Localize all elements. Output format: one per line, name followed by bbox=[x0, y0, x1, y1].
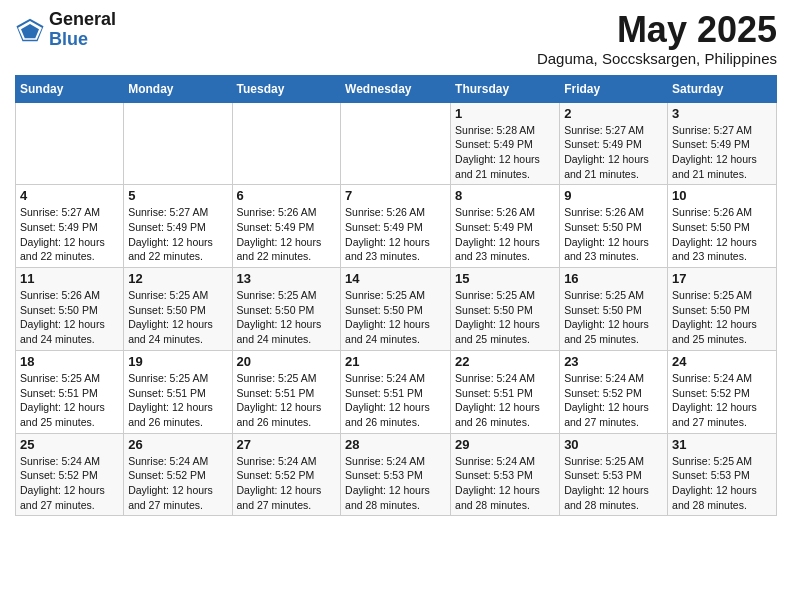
day-info: Sunrise: 5:25 AM Sunset: 5:50 PM Dayligh… bbox=[672, 288, 772, 347]
calendar-cell bbox=[124, 102, 232, 185]
day-info: Sunrise: 5:24 AM Sunset: 5:52 PM Dayligh… bbox=[237, 454, 337, 513]
header-row: SundayMondayTuesdayWednesdayThursdayFrid… bbox=[16, 75, 777, 102]
day-number: 9 bbox=[564, 188, 663, 203]
calendar-table: SundayMondayTuesdayWednesdayThursdayFrid… bbox=[15, 75, 777, 517]
day-number: 14 bbox=[345, 271, 446, 286]
calendar-cell: 12Sunrise: 5:25 AM Sunset: 5:50 PM Dayli… bbox=[124, 268, 232, 351]
calendar-cell: 21Sunrise: 5:24 AM Sunset: 5:51 PM Dayli… bbox=[341, 350, 451, 433]
day-number: 1 bbox=[455, 106, 555, 121]
day-info: Sunrise: 5:27 AM Sunset: 5:49 PM Dayligh… bbox=[20, 205, 119, 264]
day-info: Sunrise: 5:25 AM Sunset: 5:50 PM Dayligh… bbox=[128, 288, 227, 347]
day-number: 19 bbox=[128, 354, 227, 369]
day-number: 31 bbox=[672, 437, 772, 452]
calendar-cell: 1Sunrise: 5:28 AM Sunset: 5:49 PM Daylig… bbox=[451, 102, 560, 185]
day-number: 11 bbox=[20, 271, 119, 286]
day-number: 27 bbox=[237, 437, 337, 452]
day-info: Sunrise: 5:24 AM Sunset: 5:53 PM Dayligh… bbox=[345, 454, 446, 513]
day-number: 5 bbox=[128, 188, 227, 203]
day-info: Sunrise: 5:25 AM Sunset: 5:51 PM Dayligh… bbox=[237, 371, 337, 430]
day-number: 15 bbox=[455, 271, 555, 286]
day-info: Sunrise: 5:28 AM Sunset: 5:49 PM Dayligh… bbox=[455, 123, 555, 182]
day-number: 17 bbox=[672, 271, 772, 286]
day-info: Sunrise: 5:25 AM Sunset: 5:51 PM Dayligh… bbox=[128, 371, 227, 430]
calendar-cell bbox=[341, 102, 451, 185]
day-number: 12 bbox=[128, 271, 227, 286]
week-row-2: 4Sunrise: 5:27 AM Sunset: 5:49 PM Daylig… bbox=[16, 185, 777, 268]
calendar-body: 1Sunrise: 5:28 AM Sunset: 5:49 PM Daylig… bbox=[16, 102, 777, 516]
day-number: 10 bbox=[672, 188, 772, 203]
day-info: Sunrise: 5:25 AM Sunset: 5:53 PM Dayligh… bbox=[564, 454, 663, 513]
title-area: May 2025 Daguma, Soccsksargen, Philippin… bbox=[537, 10, 777, 67]
week-row-3: 11Sunrise: 5:26 AM Sunset: 5:50 PM Dayli… bbox=[16, 268, 777, 351]
logo-general-text: General bbox=[49, 10, 116, 30]
day-number: 25 bbox=[20, 437, 119, 452]
calendar-cell: 9Sunrise: 5:26 AM Sunset: 5:50 PM Daylig… bbox=[560, 185, 668, 268]
day-info: Sunrise: 5:25 AM Sunset: 5:50 PM Dayligh… bbox=[237, 288, 337, 347]
day-info: Sunrise: 5:25 AM Sunset: 5:50 PM Dayligh… bbox=[345, 288, 446, 347]
calendar-cell: 31Sunrise: 5:25 AM Sunset: 5:53 PM Dayli… bbox=[668, 433, 777, 516]
week-row-1: 1Sunrise: 5:28 AM Sunset: 5:49 PM Daylig… bbox=[16, 102, 777, 185]
day-number: 24 bbox=[672, 354, 772, 369]
header-day-saturday: Saturday bbox=[668, 75, 777, 102]
day-number: 4 bbox=[20, 188, 119, 203]
day-number: 29 bbox=[455, 437, 555, 452]
calendar-cell: 29Sunrise: 5:24 AM Sunset: 5:53 PM Dayli… bbox=[451, 433, 560, 516]
calendar-cell: 11Sunrise: 5:26 AM Sunset: 5:50 PM Dayli… bbox=[16, 268, 124, 351]
day-info: Sunrise: 5:24 AM Sunset: 5:51 PM Dayligh… bbox=[345, 371, 446, 430]
logo-text: General Blue bbox=[49, 10, 116, 50]
calendar-cell: 3Sunrise: 5:27 AM Sunset: 5:49 PM Daylig… bbox=[668, 102, 777, 185]
calendar-cell: 18Sunrise: 5:25 AM Sunset: 5:51 PM Dayli… bbox=[16, 350, 124, 433]
calendar-cell: 8Sunrise: 5:26 AM Sunset: 5:49 PM Daylig… bbox=[451, 185, 560, 268]
calendar-cell: 28Sunrise: 5:24 AM Sunset: 5:53 PM Dayli… bbox=[341, 433, 451, 516]
day-number: 21 bbox=[345, 354, 446, 369]
calendar-cell: 4Sunrise: 5:27 AM Sunset: 5:49 PM Daylig… bbox=[16, 185, 124, 268]
day-number: 23 bbox=[564, 354, 663, 369]
week-row-5: 25Sunrise: 5:24 AM Sunset: 5:52 PM Dayli… bbox=[16, 433, 777, 516]
day-info: Sunrise: 5:25 AM Sunset: 5:50 PM Dayligh… bbox=[564, 288, 663, 347]
day-number: 3 bbox=[672, 106, 772, 121]
calendar-cell: 30Sunrise: 5:25 AM Sunset: 5:53 PM Dayli… bbox=[560, 433, 668, 516]
calendar-cell: 13Sunrise: 5:25 AM Sunset: 5:50 PM Dayli… bbox=[232, 268, 341, 351]
day-info: Sunrise: 5:24 AM Sunset: 5:52 PM Dayligh… bbox=[20, 454, 119, 513]
calendar-cell bbox=[232, 102, 341, 185]
calendar-header: SundayMondayTuesdayWednesdayThursdayFrid… bbox=[16, 75, 777, 102]
day-info: Sunrise: 5:24 AM Sunset: 5:52 PM Dayligh… bbox=[128, 454, 227, 513]
logo-blue-text: Blue bbox=[49, 30, 116, 50]
location-subtitle: Daguma, Soccsksargen, Philippines bbox=[537, 50, 777, 67]
header-day-tuesday: Tuesday bbox=[232, 75, 341, 102]
calendar-cell: 15Sunrise: 5:25 AM Sunset: 5:50 PM Dayli… bbox=[451, 268, 560, 351]
day-info: Sunrise: 5:26 AM Sunset: 5:49 PM Dayligh… bbox=[455, 205, 555, 264]
day-info: Sunrise: 5:26 AM Sunset: 5:49 PM Dayligh… bbox=[345, 205, 446, 264]
week-row-4: 18Sunrise: 5:25 AM Sunset: 5:51 PM Dayli… bbox=[16, 350, 777, 433]
calendar-cell: 10Sunrise: 5:26 AM Sunset: 5:50 PM Dayli… bbox=[668, 185, 777, 268]
calendar-cell: 22Sunrise: 5:24 AM Sunset: 5:51 PM Dayli… bbox=[451, 350, 560, 433]
calendar-cell: 16Sunrise: 5:25 AM Sunset: 5:50 PM Dayli… bbox=[560, 268, 668, 351]
day-number: 28 bbox=[345, 437, 446, 452]
day-number: 20 bbox=[237, 354, 337, 369]
header-day-friday: Friday bbox=[560, 75, 668, 102]
day-info: Sunrise: 5:26 AM Sunset: 5:49 PM Dayligh… bbox=[237, 205, 337, 264]
calendar-cell: 6Sunrise: 5:26 AM Sunset: 5:49 PM Daylig… bbox=[232, 185, 341, 268]
day-number: 16 bbox=[564, 271, 663, 286]
calendar-cell: 24Sunrise: 5:24 AM Sunset: 5:52 PM Dayli… bbox=[668, 350, 777, 433]
day-number: 8 bbox=[455, 188, 555, 203]
day-number: 26 bbox=[128, 437, 227, 452]
calendar-cell: 5Sunrise: 5:27 AM Sunset: 5:49 PM Daylig… bbox=[124, 185, 232, 268]
day-info: Sunrise: 5:24 AM Sunset: 5:52 PM Dayligh… bbox=[672, 371, 772, 430]
day-number: 13 bbox=[237, 271, 337, 286]
header-day-sunday: Sunday bbox=[16, 75, 124, 102]
day-info: Sunrise: 5:27 AM Sunset: 5:49 PM Dayligh… bbox=[128, 205, 227, 264]
header-day-wednesday: Wednesday bbox=[341, 75, 451, 102]
calendar-cell: 14Sunrise: 5:25 AM Sunset: 5:50 PM Dayli… bbox=[341, 268, 451, 351]
day-info: Sunrise: 5:26 AM Sunset: 5:50 PM Dayligh… bbox=[672, 205, 772, 264]
day-info: Sunrise: 5:25 AM Sunset: 5:51 PM Dayligh… bbox=[20, 371, 119, 430]
header-day-monday: Monday bbox=[124, 75, 232, 102]
day-info: Sunrise: 5:27 AM Sunset: 5:49 PM Dayligh… bbox=[672, 123, 772, 182]
day-info: Sunrise: 5:25 AM Sunset: 5:53 PM Dayligh… bbox=[672, 454, 772, 513]
calendar-cell: 7Sunrise: 5:26 AM Sunset: 5:49 PM Daylig… bbox=[341, 185, 451, 268]
calendar-cell: 26Sunrise: 5:24 AM Sunset: 5:52 PM Dayli… bbox=[124, 433, 232, 516]
month-year-title: May 2025 bbox=[537, 10, 777, 50]
day-info: Sunrise: 5:24 AM Sunset: 5:52 PM Dayligh… bbox=[564, 371, 663, 430]
day-info: Sunrise: 5:25 AM Sunset: 5:50 PM Dayligh… bbox=[455, 288, 555, 347]
day-number: 30 bbox=[564, 437, 663, 452]
